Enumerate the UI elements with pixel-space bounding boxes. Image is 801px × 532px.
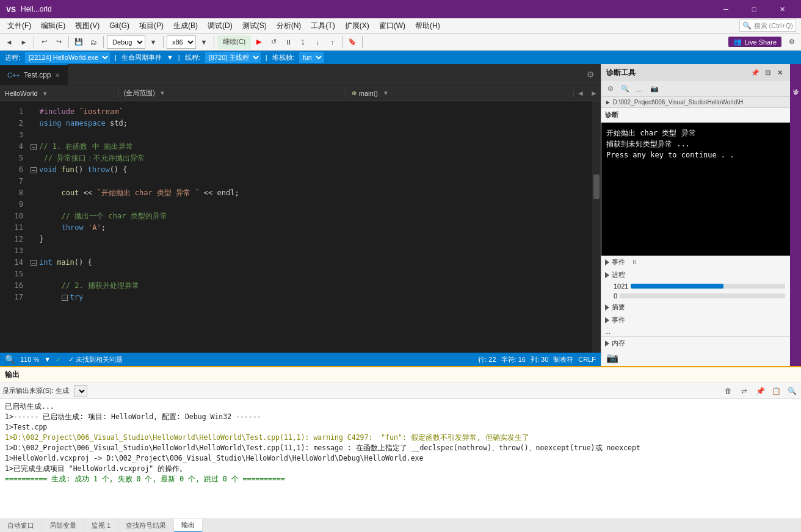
platform-select[interactable]: x86: [167, 35, 196, 49]
output-pin-button[interactable]: 📌: [753, 384, 767, 398]
tab-find-symbol[interactable]: 查找符号结果: [118, 519, 174, 533]
undo-button[interactable]: ↩: [37, 35, 51, 49]
platform-dropdown[interactable]: ▼: [197, 35, 211, 49]
output-source-select[interactable]: [74, 385, 87, 397]
code-content[interactable]: #include ˜iostream˜ using namespace std;…: [26, 101, 592, 353]
line-numbers: 123456 789101112 1314151617: [0, 101, 26, 353]
save-all-button[interactable]: 🗂: [87, 35, 100, 49]
diagnostics-header: 诊断工具 📌 ⊡ ✕: [601, 64, 790, 81]
function-icon: ⊕: [352, 90, 357, 96]
code-line-16: // 2. 捕获并处理异常: [31, 280, 592, 292]
output-find-button[interactable]: 🔍: [785, 384, 799, 398]
bookmark-button[interactable]: 🔖: [346, 35, 359, 49]
code-line-9: [31, 199, 592, 210]
menu-file[interactable]: 文件(F): [2, 20, 36, 32]
menu-project[interactable]: 项目(P): [134, 20, 169, 32]
menu-extend[interactable]: 扩展(X): [340, 20, 374, 32]
menu-build[interactable]: 生成(B): [169, 20, 203, 32]
nav-prev-button[interactable]: ◄: [574, 87, 587, 100]
tab-test-cpp[interactable]: C++ Test.cpp ✕: [0, 64, 68, 85]
tab-format: 制表符: [553, 355, 573, 364]
diag-more-btn[interactable]: …: [633, 82, 647, 96]
step-over-button[interactable]: ⤵: [296, 35, 310, 49]
diag-close-button[interactable]: ✕: [774, 67, 785, 78]
tb-sep5: [214, 36, 214, 48]
tab-output[interactable]: 输出: [174, 519, 203, 533]
tab-locals[interactable]: 局部变量: [42, 519, 84, 533]
diag-settings-btn[interactable]: ⚙: [604, 82, 617, 96]
tab-auto-window[interactable]: 自动窗口: [0, 519, 42, 533]
diag-header-buttons: 📌 ⊡ ✕: [750, 67, 785, 78]
menu-window[interactable]: 窗口(W): [374, 20, 410, 32]
output-clear-button[interactable]: 🗑: [722, 384, 735, 398]
zoom-dropdown[interactable]: ▼: [44, 356, 51, 363]
menu-edit[interactable]: 编辑(E): [36, 20, 70, 32]
console-line-3: Press any key to continue . .: [606, 149, 785, 160]
liveshare-icon: 👥: [733, 38, 742, 46]
restart-button[interactable]: ↺: [267, 35, 280, 49]
scope-function-dropdown: ▼: [383, 90, 389, 96]
menu-tools[interactable]: 工具(T): [306, 20, 339, 32]
output-wrap-button[interactable]: ⇌: [738, 384, 751, 398]
menu-debug[interactable]: 调试(D): [203, 20, 237, 32]
editor-scrollbar[interactable]: [592, 101, 601, 353]
out-line-3: 1>Test.cpp: [5, 422, 796, 433]
editor-scrollbar-thumb[interactable]: [593, 174, 600, 199]
save-button[interactable]: 💾: [72, 35, 85, 49]
tab-watch1[interactable]: 监视 1: [84, 519, 118, 533]
redo-button[interactable]: ↪: [52, 35, 65, 49]
scope-project[interactable]: HelloWorld ▼: [0, 90, 119, 97]
maximize-button[interactable]: □: [740, 0, 768, 18]
stop-button[interactable]: ▶: [252, 35, 266, 49]
step-out-button[interactable]: ↑: [325, 35, 339, 49]
pause-button[interactable]: ⏸: [281, 35, 295, 49]
menu-test[interactable]: 测试(S): [237, 20, 272, 32]
forward-button[interactable]: ►: [17, 35, 31, 49]
close-button[interactable]: ✕: [768, 0, 796, 18]
editor-scope-toolbar: HelloWorld ▼ (全局范围) ▼ ⊕ main() ▼ ◄ ►: [0, 85, 601, 101]
events2-section[interactable]: 事件: [601, 314, 790, 326]
summary-collapse-icon: [605, 304, 609, 311]
zoom-icon[interactable]: 🔍: [5, 354, 15, 364]
process-value: 1021: [614, 282, 628, 290]
step-into-button[interactable]: ↓: [311, 35, 324, 49]
memory-section[interactable]: 内存: [601, 337, 790, 350]
menu-git[interactable]: Git(G): [104, 20, 134, 31]
diag-pin-button[interactable]: 📌: [750, 67, 761, 78]
diag-float-button[interactable]: ⊡: [762, 67, 773, 78]
tab-close-icon[interactable]: ✕: [55, 72, 60, 79]
console-text-1: 开始抛出 char 类型 异常: [606, 129, 696, 137]
editor-settings-icon[interactable]: ⚙: [581, 70, 601, 79]
back-button[interactable]: ◄: [2, 35, 16, 49]
diagnostics-path: ► D:\002_Project\006_Visual_Studio\Hello…: [601, 97, 790, 108]
ss-item-1[interactable]: 诊: [791, 66, 800, 103]
settings-button[interactable]: ⚙: [785, 35, 799, 49]
code-line-8: cout << ˜开始抛出 char 类型 异常 ˜ << endl;: [31, 187, 592, 199]
menu-analyze[interactable]: 分析(N): [272, 20, 306, 32]
debug-config-select[interactable]: Debug: [107, 35, 145, 49]
minimize-button[interactable]: ─: [712, 0, 740, 18]
liveshare-button[interactable]: 👥 Live Share: [728, 37, 781, 47]
diag-search-btn[interactable]: 🔍: [618, 82, 632, 96]
scope-function[interactable]: ⊕ main() ▼: [347, 90, 574, 97]
diag-cam-btn[interactable]: 📷: [648, 82, 661, 96]
code-line-15: [31, 268, 592, 280]
path-text: D:\002_Project\006_Visual_Studio\HelloWo…: [613, 99, 744, 106]
events-section[interactable]: 事件 ⏸: [601, 256, 790, 268]
process-section[interactable]: 进程: [601, 268, 790, 281]
stack-select[interactable]: fun: [299, 52, 324, 63]
continue-button[interactable]: 继续(C): [217, 35, 251, 49]
process-select[interactable]: [22124] HelloWorld.exe: [25, 52, 110, 63]
camera-icon: 📷: [606, 352, 618, 364]
thread-select[interactable]: [8720] 主线程: [205, 52, 261, 63]
scope-global[interactable]: (全局范围) ▼: [119, 88, 346, 98]
output-copy-button[interactable]: 📋: [769, 384, 783, 398]
nav-next-button[interactable]: ►: [587, 87, 601, 100]
config-dropdown[interactable]: ▼: [147, 35, 160, 49]
svg-text:VS: VS: [6, 5, 16, 14]
menu-view[interactable]: 视图(V): [70, 20, 104, 32]
code-editor[interactable]: 123456 789101112 1314151617 #include ˜io…: [0, 101, 601, 353]
menu-help[interactable]: 帮助(H): [410, 20, 445, 32]
summary-section[interactable]: 摘要: [601, 301, 790, 314]
tb-sep4: [163, 36, 164, 48]
